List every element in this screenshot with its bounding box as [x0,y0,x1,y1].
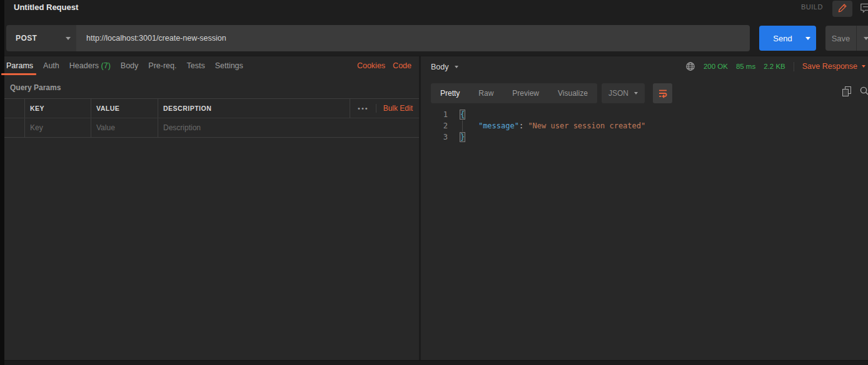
active-tab-underline [1,73,36,75]
tab-body[interactable]: Body [121,61,139,70]
search-button[interactable] [859,86,868,98]
close-brace-token: } [460,132,465,142]
wrap-text-icon [658,88,668,98]
tab-pre-request[interactable]: Pre-req. [148,61,176,70]
table-header-row: KEY VALUE DESCRIPTION ••• Bulk Edit [4,99,419,118]
line-number: 2 [421,120,448,131]
colon-token: : [519,121,528,130]
response-view-row: Pretty Raw Preview Visualize JSON [431,83,597,103]
description-input[interactable] [163,123,406,132]
request-panel: Params Auth Headers (7) Body Pre-req. Te… [4,56,419,360]
save-options-chevron-icon[interactable] [864,37,868,40]
chevron-down-icon [66,37,71,40]
save-response-chevron-icon [862,65,865,68]
code-link[interactable]: Code [393,61,411,70]
more-actions-button[interactable]: ••• [358,105,369,112]
network-globe-icon[interactable] [685,61,695,71]
actions-divider [376,104,376,113]
wrap-text-button[interactable] [653,83,672,103]
save-label: Save [825,34,856,43]
chevron-down-icon [634,92,638,95]
method-label: POST [6,34,60,43]
comment-button[interactable] [857,1,868,16]
response-body-dropdown[interactable]: Body [431,63,458,71]
code-line-3: 3 } [421,131,868,143]
tab-settings[interactable]: Settings [215,61,243,70]
copy-button[interactable] [842,86,852,97]
bottom-status-strip [0,360,868,365]
row-select-cell [4,118,25,137]
method-dropdown[interactable]: POST [6,25,76,51]
description-column-header: DESCRIPTION [163,105,211,112]
query-params-table: KEY VALUE DESCRIPTION ••• Bulk Edit [4,98,419,138]
headers-count-badge: (7) [101,61,111,70]
pencil-icon [838,3,847,14]
status-badge: 200 OK [704,63,728,70]
send-options-chevron-icon[interactable] [805,37,810,40]
view-mode-tabs: Pretty Raw Preview Visualize [431,83,597,103]
tab-headers[interactable]: Headers (7) [69,61,111,70]
panel-divider[interactable] [419,56,421,365]
table-row [4,118,419,137]
response-body-label: Body [431,63,449,71]
send-label: Send [759,34,800,43]
tab-raw[interactable]: Raw [469,83,503,103]
build-label: BUILD [801,3,823,11]
indent-guide [462,120,463,131]
query-params-title: Query Params [10,83,61,92]
key-input[interactable] [30,123,88,132]
json-key-token: "message" [478,121,519,130]
tab-params[interactable]: Params [6,61,33,70]
format-label: JSON [608,89,628,98]
send-button[interactable]: Send [759,26,816,51]
select-column-header [4,99,25,118]
code-line-1: 1 { [421,109,868,120]
tab-auth[interactable]: Auth [43,61,59,70]
postman-app: { "titlebar": { "title": "Untitled Reque… [0,0,868,365]
open-brace-token: { [460,110,465,120]
request-title: Untitled Request [14,3,78,12]
cookies-code-links: Cookies Code [357,56,411,75]
tab-headers-label: Headers [69,61,99,70]
top-bar: Untitled Request BUILD POST Send Save [0,0,868,56]
line-number: 1 [421,109,448,120]
value-column-header: VALUE [96,105,119,112]
meta-divider [794,62,794,71]
value-input[interactable] [96,123,154,132]
tab-visualize[interactable]: Visualize [548,83,597,103]
format-dropdown[interactable]: JSON [602,83,645,103]
response-panel: Body 200 OK 85 ms 2.2 KB Save Response P… [421,56,868,360]
url-input[interactable] [76,25,750,51]
search-icon [859,86,868,96]
cookies-link[interactable]: Cookies [357,61,385,70]
response-time: 85 ms [736,63,755,70]
code-line-2: 2 "message": "New user session created" [421,120,868,131]
tab-pretty[interactable]: Pretty [431,83,469,103]
bulk-edit-button[interactable]: Bulk Edit [383,104,413,113]
save-response-label: Save Response [802,62,857,71]
response-body-editor[interactable]: 1 { 2 "message": "New user session creat… [421,109,868,143]
edit-button[interactable] [832,1,852,17]
chevron-down-icon [455,66,458,68]
save-button[interactable]: Save [825,26,868,51]
json-string-token: "New user session created" [528,121,645,130]
tab-preview[interactable]: Preview [503,83,548,103]
sidebar-edge-strip [0,0,4,365]
tab-tests[interactable]: Tests [186,61,204,70]
table-actions: ••• Bulk Edit [350,99,419,118]
response-meta: 200 OK 85 ms 2.2 KB Save Response [685,61,865,71]
comment-icon [859,2,868,16]
line-number: 3 [421,131,448,143]
key-column-header: KEY [30,105,44,112]
response-size: 2.2 KB [764,63,785,70]
save-response-button[interactable]: Save Response [802,62,865,71]
